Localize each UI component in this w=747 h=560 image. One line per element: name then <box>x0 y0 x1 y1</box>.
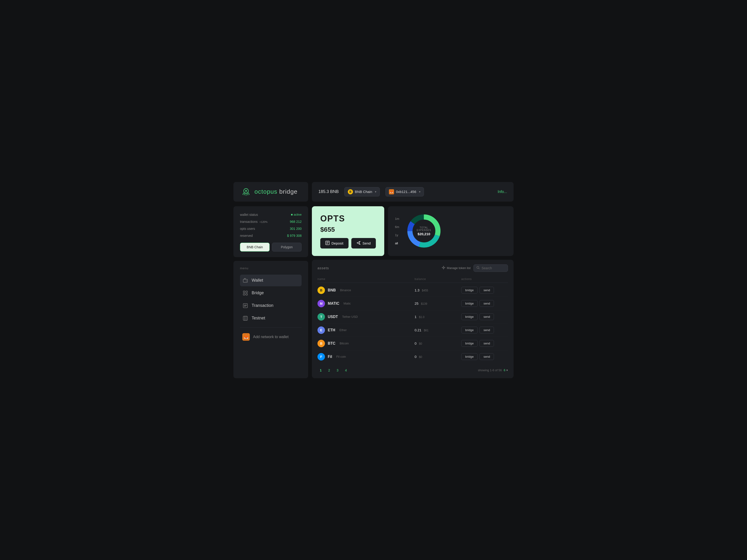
svg-line-5 <box>248 193 248 195</box>
svg-rect-10 <box>246 291 248 293</box>
sidebar-item-bridge[interactable]: Bridge <box>240 287 302 299</box>
bridge-bnb-button[interactable]: bridge <box>461 287 478 294</box>
header-right: 185.3 BNB B BNB Chain ▾ 🦊 0xb121...456 ▾… <box>312 182 514 202</box>
sidebar-item-testnet[interactable]: Testnet <box>240 313 302 324</box>
bridge-icon <box>242 290 248 296</box>
svg-point-1 <box>245 190 247 192</box>
bridge-matic-button[interactable]: bridge <box>461 300 478 307</box>
logo-panel: octopus bridge <box>233 182 308 202</box>
search-icon <box>476 266 480 270</box>
send-matic-button[interactable]: send <box>480 300 494 307</box>
transactions-label: transactions +120% <box>240 220 267 223</box>
asset-name-sub-fil: Fil coin <box>336 355 346 358</box>
bridge-usdt-button[interactable]: bridge <box>461 313 478 320</box>
asset-name-cell: E ETH Ether <box>317 326 415 334</box>
asset-name-cell: F Fil Fil coin <box>317 353 415 361</box>
manage-token-button[interactable]: Manage token list <box>442 266 471 270</box>
page-1-button[interactable]: 1 <box>317 367 324 374</box>
donut-chart: TOTAL EXPENSES $20,210 <box>405 212 443 250</box>
metamask-fox-icon: 🦊 <box>389 189 394 194</box>
asset-symbol-bnb: BNB <box>328 288 336 292</box>
time-1y[interactable]: 1y <box>393 233 401 237</box>
bridge-eth-button[interactable]: bridge <box>461 327 478 334</box>
assets-table: name balance actions B BNB Binance 1.3 $… <box>317 275 508 363</box>
search-input[interactable] <box>482 266 505 270</box>
asset-balance-btc: 0 $0 <box>415 341 461 346</box>
wallet-status-value: ■active <box>291 213 302 216</box>
send-usdt-button[interactable]: send <box>480 313 494 320</box>
asset-icon-matic: M <box>317 300 325 307</box>
showing-text: showing 1-6 of 56 6 ▾ <box>478 368 508 372</box>
svg-rect-9 <box>243 291 245 293</box>
reserved-label: reserved <box>240 234 253 238</box>
menu-panel: menu Wallet Bridge T <box>233 261 308 378</box>
time-all[interactable]: all <box>393 241 401 245</box>
table-row: B BTC Bitcoin 0 $0 bridge send <box>317 337 508 350</box>
asset-name-cell: B BNB Binance <box>317 287 415 294</box>
logo-icon <box>241 187 251 197</box>
asset-name-sub-matic: Matic <box>343 302 351 305</box>
page-4-button[interactable]: 4 <box>343 367 349 374</box>
asset-name-sub-eth: Ether <box>339 328 347 332</box>
svg-line-6 <box>248 193 249 195</box>
asset-name-cell: M MATIC Matic <box>317 300 415 307</box>
col-name-header: name <box>317 277 415 281</box>
per-page-select[interactable]: 6 ▾ <box>504 368 508 372</box>
opts-value: $655 <box>320 226 376 233</box>
polygon-button[interactable]: Polygon <box>272 243 302 251</box>
donut-label: TOTAL EXPENSES $20,210 <box>415 226 433 236</box>
svg-rect-12 <box>246 294 248 295</box>
info-link[interactable]: Info... <box>498 190 507 194</box>
opts-users-value: 301 200 <box>290 227 302 231</box>
deposit-button[interactable]: Deposit <box>320 238 349 248</box>
asset-balance-bnb: 1.3 $455 <box>415 288 461 292</box>
svg-line-2 <box>243 193 244 195</box>
svg-point-21 <box>443 267 444 268</box>
time-1m[interactable]: 1m <box>393 216 401 221</box>
wallet-icon <box>242 277 248 284</box>
send-fil-button[interactable]: send <box>480 353 494 360</box>
send-btc-button[interactable]: send <box>480 340 494 347</box>
bnb-chain-button[interactable]: BNB Chain <box>240 243 269 251</box>
sidebar-item-transaction[interactable]: Transaction <box>240 300 302 312</box>
svg-line-3 <box>244 193 244 195</box>
svg-point-8 <box>246 281 247 281</box>
wallet-address: 0xb121...456 <box>396 190 416 194</box>
bridge-btc-button[interactable]: bridge <box>461 340 478 347</box>
asset-actions-matic: bridge send <box>461 300 508 307</box>
table-row: F Fil Fil coin 0 $0 bridge send <box>317 350 508 363</box>
asset-symbol-btc: BTC <box>328 341 335 346</box>
send-bnb-button[interactable]: send <box>480 287 494 294</box>
pagination: 1 2 3 4 <box>317 367 349 374</box>
transaction-label: Transaction <box>252 303 273 308</box>
col-actions-header: actions <box>461 277 508 281</box>
send-eth-button[interactable]: send <box>480 327 494 334</box>
page-3-button[interactable]: 3 <box>334 367 341 374</box>
assets-panel: assets Manage token list <box>312 260 514 378</box>
add-network-item[interactable]: 🦊 Add network to wallet <box>240 331 302 343</box>
manage-token-icon <box>442 266 445 270</box>
time-6m[interactable]: 6m <box>393 225 401 229</box>
chain-name: BNB Chain <box>355 190 372 194</box>
bridge-fil-button[interactable]: bridge <box>461 353 478 360</box>
search-box <box>473 264 508 272</box>
table-row: T USDT Tether USD 1 $1.0 bridge send <box>317 310 508 324</box>
opts-title: OPTS <box>320 214 376 223</box>
svg-rect-14 <box>243 316 248 320</box>
wallet-selector[interactable]: 🦊 0xb121...456 ▾ <box>385 187 424 196</box>
asset-symbol-fil: Fil <box>328 355 332 359</box>
asset-symbol-matic: MATIC <box>328 301 339 306</box>
sidebar-item-wallet[interactable]: Wallet <box>240 275 302 286</box>
chain-selector[interactable]: B BNB Chain ▾ <box>344 187 380 196</box>
wallet-chevron-icon: ▾ <box>419 190 420 193</box>
send-button[interactable]: Send <box>351 238 376 248</box>
testnet-label: Testnet <box>252 316 265 321</box>
opts-card: OPTS $655 Deposit <box>312 206 384 256</box>
svg-rect-7 <box>243 279 248 282</box>
chain-chevron-icon: ▾ <box>375 190 376 193</box>
wallet-label: Wallet <box>252 278 263 283</box>
asset-balance-fil: 0 $0 <box>415 355 461 359</box>
stats-panel: wallet status ■active transactions +120%… <box>233 206 308 257</box>
wallet-status-label: wallet status <box>240 213 258 216</box>
page-2-button[interactable]: 2 <box>326 367 332 374</box>
